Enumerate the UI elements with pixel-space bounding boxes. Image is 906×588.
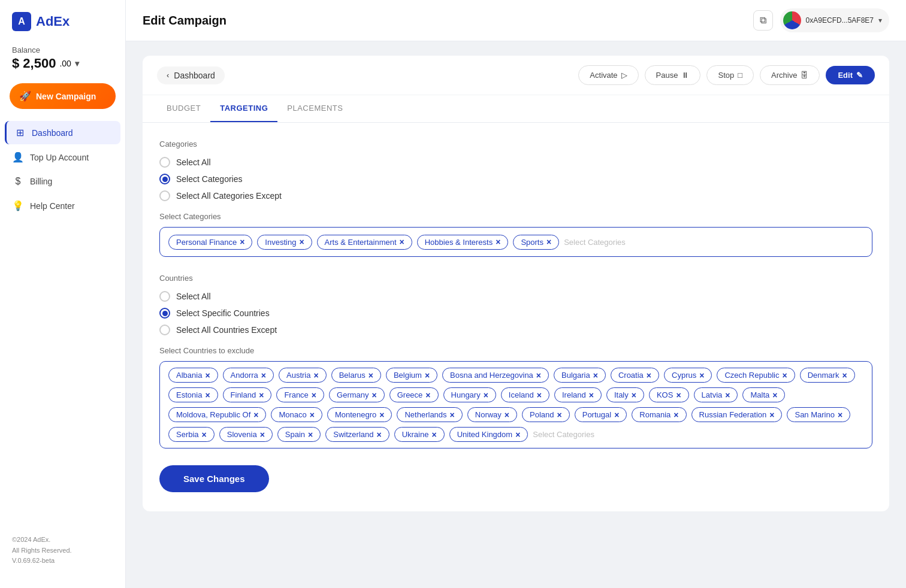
country-tag: Monaco× — [271, 407, 322, 422]
breadcrumb[interactable]: ‹ Dashboard — [157, 66, 225, 84]
balance-amount[interactable]: $ 2,500.00 ▾ — [12, 56, 113, 71]
tag-remove[interactable]: × — [496, 238, 500, 246]
radio-label: Select Specific Countries — [176, 308, 270, 318]
country-tag: Serbia× — [168, 427, 215, 442]
tag-remove[interactable]: × — [589, 391, 594, 399]
tag-remove[interactable]: × — [505, 411, 509, 419]
country-tag: Netherlands× — [397, 407, 462, 422]
country-tag: Greece× — [389, 387, 439, 402]
categories-radio-select-categories[interactable]: Select Categories — [159, 174, 872, 184]
tag-remove[interactable]: × — [240, 238, 244, 246]
tag-remove[interactable]: × — [202, 431, 207, 439]
radio-circle — [159, 291, 170, 302]
tag-remove[interactable]: × — [725, 391, 730, 399]
radio-label: Select All — [176, 157, 211, 167]
tag-remove[interactable]: × — [205, 371, 210, 380]
tag-remove[interactable]: × — [838, 411, 842, 419]
tag-remove[interactable]: × — [699, 371, 704, 380]
tab-placements[interactable]: PLACEMENTS — [277, 95, 352, 122]
country-tag: France× — [276, 387, 324, 402]
tag-remove[interactable]: × — [425, 371, 430, 380]
tag-remove[interactable]: × — [676, 391, 681, 399]
country-tag: Bulgaria× — [554, 368, 606, 383]
tag-remove[interactable]: × — [376, 431, 381, 439]
pause-button[interactable]: Pause ⏸ — [645, 65, 701, 85]
tag-remove[interactable]: × — [537, 391, 542, 399]
tag-remove[interactable]: × — [259, 391, 264, 399]
sidebar-item-dashboard[interactable]: ⊞ Dashboard — [5, 121, 120, 144]
sidebar-item-label: Dashboard — [32, 128, 73, 138]
new-campaign-button[interactable]: 🚀 New Campaign — [10, 83, 116, 109]
archive-button[interactable]: Archive 🗄 — [760, 65, 820, 85]
countries-radio-select-all-except[interactable]: Select All Countries Except — [159, 325, 872, 335]
tag-remove[interactable]: × — [369, 371, 373, 380]
categories-radio-select-all[interactable]: Select All — [159, 157, 872, 168]
categories-radio-select-all-except[interactable]: Select All Categories Except — [159, 190, 872, 201]
tag-remove[interactable]: × — [312, 391, 316, 399]
tab-budget[interactable]: BUDGET — [157, 95, 210, 122]
tag-remove[interactable]: × — [372, 391, 377, 399]
activate-button[interactable]: Activate ▷ — [578, 65, 638, 85]
category-tag: Sports× — [513, 235, 559, 250]
tag-remove[interactable]: × — [431, 431, 436, 439]
tag-remove[interactable]: × — [674, 411, 678, 419]
tag-label: Romania — [639, 410, 671, 419]
tag-remove[interactable]: × — [450, 411, 455, 419]
sidebar-item-topup[interactable]: 👤 Top Up Account — [5, 146, 120, 169]
tag-remove[interactable]: × — [536, 371, 541, 380]
play-icon: ▷ — [621, 71, 627, 80]
country-tag: Slovenia× — [219, 427, 273, 442]
tag-remove[interactable]: × — [769, 411, 774, 419]
save-changes-button[interactable]: Save Changes — [159, 465, 269, 492]
tag-remove[interactable]: × — [614, 411, 619, 419]
balance-label: Balance — [12, 46, 113, 54]
tag-label: Russian Federation — [699, 410, 767, 419]
tag-remove[interactable]: × — [515, 431, 520, 439]
radio-circle — [159, 190, 170, 201]
tag-remove[interactable]: × — [484, 391, 488, 399]
tag-remove[interactable]: × — [772, 391, 777, 399]
tag-label: Sports — [521, 238, 543, 247]
countries-radio-select-specific[interactable]: Select Specific Countries — [159, 308, 872, 319]
categories-tags-input[interactable]: Personal Finance×Investing×Arts & Entert… — [159, 227, 872, 257]
country-tag: Denmark× — [800, 368, 855, 383]
tag-remove[interactable]: × — [253, 411, 258, 419]
top-bar: Edit Campaign ⧉ 0xA9ECFD...5AF8E7 ▾ — [126, 0, 906, 41]
tag-remove[interactable]: × — [310, 411, 315, 419]
edit-button[interactable]: Edit ✎ — [826, 66, 875, 84]
countries-radio-select-all[interactable]: Select All — [159, 291, 872, 302]
tag-remove[interactable]: × — [647, 371, 651, 380]
copy-button[interactable]: ⧉ — [753, 10, 773, 31]
countries-radio-group: Select All Select Specific Countries Sel… — [159, 291, 872, 335]
sidebar-item-help[interactable]: 💡 Help Center — [5, 194, 120, 217]
tag-remove[interactable]: × — [842, 371, 847, 380]
country-tag: Belgium× — [386, 368, 437, 383]
tab-targeting[interactable]: TARGETING — [210, 95, 277, 122]
tag-remove[interactable]: × — [782, 371, 787, 380]
select-countries-field-label: Select Countries to exclude — [159, 346, 872, 355]
stop-button[interactable]: Stop □ — [706, 65, 754, 85]
tag-label: United Kingdom — [457, 430, 513, 439]
tag-remove[interactable]: × — [313, 371, 318, 380]
tag-remove[interactable]: × — [632, 391, 636, 399]
tag-remove[interactable]: × — [261, 371, 266, 380]
tag-remove[interactable]: × — [205, 391, 210, 399]
categories-section-label: Categories — [159, 140, 872, 148]
tag-remove[interactable]: × — [593, 371, 598, 380]
country-tag: Cyprus× — [664, 368, 712, 383]
top-bar-right: ⧉ 0xA9ECFD...5AF8E7 ▾ — [753, 8, 889, 32]
country-tag: KOS× — [649, 387, 689, 402]
sidebar-item-billing[interactable]: $ Billing — [5, 170, 120, 193]
account-badge[interactable]: 0xA9ECFD...5AF8E7 ▾ — [780, 8, 889, 32]
tag-remove[interactable]: × — [546, 238, 551, 246]
billing-icon: $ — [12, 176, 24, 187]
countries-tags-input[interactable]: Albania×Andorra×Austria×Belarus×Belgium×… — [159, 361, 872, 448]
tag-label: Portugal — [582, 410, 611, 419]
tag-remove[interactable]: × — [308, 431, 313, 439]
tag-remove[interactable]: × — [379, 411, 384, 419]
tag-remove[interactable]: × — [425, 391, 430, 399]
tag-remove[interactable]: × — [557, 411, 562, 419]
tag-remove[interactable]: × — [400, 238, 404, 246]
tag-remove[interactable]: × — [260, 431, 265, 439]
tag-remove[interactable]: × — [299, 238, 304, 246]
